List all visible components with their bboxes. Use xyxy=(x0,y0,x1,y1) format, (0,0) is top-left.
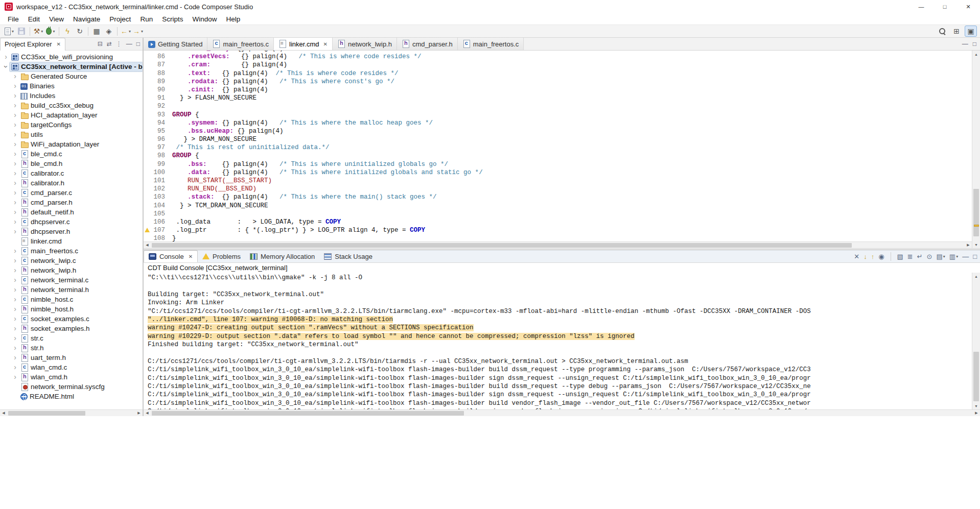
chevron-down-icon[interactable]: › xyxy=(2,63,10,70)
clear-console-button[interactable]: ▧ xyxy=(897,253,903,260)
code-editor[interactable]: 85 .init_array: {} palign(4)86 .resetVec… xyxy=(144,51,972,241)
chevron-right-icon[interactable]: › xyxy=(11,286,19,294)
editor-tab-linker-cmd[interactable]: linker.cmd✕ xyxy=(274,38,333,50)
next-error-button[interactable]: ↓ xyxy=(864,253,867,260)
chevron-right-icon[interactable]: › xyxy=(11,121,19,129)
menu-window[interactable]: Window xyxy=(188,14,221,24)
chevron-right-icon[interactable]: › xyxy=(11,102,19,109)
tree-item-linker-cmd[interactable]: linker.cmd xyxy=(0,236,143,246)
chevron-right-icon[interactable]: › xyxy=(11,276,19,284)
terminal-button[interactable]: ▦ xyxy=(90,26,103,37)
tree-item-ble-cmd-h[interactable]: ›ble_cmd.h xyxy=(0,159,143,168)
chevron-right-icon[interactable]: › xyxy=(11,131,19,138)
tree-item-hci-adaptation-layer[interactable]: ›HCI_adaptation_layer xyxy=(0,110,143,120)
scroll-up-icon[interactable]: ▲ xyxy=(972,51,980,58)
chevron-right-icon[interactable]: › xyxy=(11,266,19,274)
bookmark-button[interactable]: ◈ xyxy=(103,26,115,37)
console-horizontal-scrollbar[interactable]: ◀ ▶ xyxy=(144,409,980,416)
console-warning-line[interactable]: warning #10247-D: creating output sectio… xyxy=(148,324,972,332)
chevron-right-icon[interactable]: › xyxy=(11,296,19,303)
chevron-right-icon[interactable]: › xyxy=(11,247,19,255)
chevron-right-icon[interactable]: › xyxy=(11,305,19,313)
flash-button[interactable]: ϟ xyxy=(61,26,74,37)
project-explorer-tab[interactable]: Project Explorer ✕ xyxy=(0,38,65,51)
tree-item-dhcpserver-h[interactable]: ›dhcpserver.h xyxy=(0,227,143,236)
chevron-right-icon[interactable]: › xyxy=(2,53,10,61)
tree-item-wlan-cmd-h[interactable]: ›wlan_cmd.h xyxy=(0,372,143,382)
chevron-right-icon[interactable]: › xyxy=(11,169,19,177)
tree-item-cc35xx-network-terminal-active-bu[interactable]: ›CC35xx_network_terminal [Active - bu xyxy=(0,62,143,71)
forward-button[interactable]: →▾ xyxy=(132,26,144,37)
editor-tab-cmd-parser-h[interactable]: cmd_parser.h xyxy=(397,38,458,50)
scroll-lock-button[interactable]: ≣ xyxy=(907,253,913,260)
console-tab-memory-allocation[interactable]: Memory Allocation xyxy=(245,250,319,262)
debug-button[interactable]: ▾ xyxy=(44,26,57,37)
menu-project[interactable]: Project xyxy=(105,14,135,24)
back-button[interactable]: ←▾ xyxy=(120,26,132,37)
tree-item-readme-html[interactable]: README.html xyxy=(0,392,143,401)
chevron-right-icon[interactable]: › xyxy=(11,72,19,80)
open-perspective-button[interactable]: ⊞ xyxy=(950,26,963,37)
tree-item-uart-term-h[interactable]: ›uart_term.h xyxy=(0,353,143,362)
scroll-thumb[interactable] xyxy=(973,189,979,236)
tree-item-cmd-parser-h[interactable]: ›cmd_parser.h xyxy=(0,198,143,207)
tree-item-socket-examples-h[interactable]: ›socket_examples.h xyxy=(0,324,143,333)
display-selected-console-button[interactable]: ▤▾ xyxy=(937,253,945,260)
close-button[interactable]: ✕ xyxy=(956,0,980,13)
editor-vertical-scrollbar[interactable]: ▲ ▼ xyxy=(972,51,980,248)
chevron-right-icon[interactable]: › xyxy=(11,257,19,264)
chevron-right-icon[interactable]: › xyxy=(11,189,19,197)
tree-item-main-freertos-c[interactable]: ›main_freertos.c xyxy=(0,246,143,256)
cancel-build-button[interactable]: ✕ xyxy=(854,253,859,260)
collapse-all-button[interactable]: ⊟ xyxy=(98,40,103,47)
tree-item-network-lwip-c[interactable]: ›network_lwip.c xyxy=(0,256,143,265)
menu-file[interactable]: File xyxy=(3,14,24,24)
chevron-right-icon[interactable]: › xyxy=(11,82,19,90)
chevron-right-icon[interactable]: › xyxy=(11,160,19,167)
menu-view[interactable]: View xyxy=(44,14,68,24)
scroll-left-icon[interactable]: ◀ xyxy=(0,410,7,416)
tree-item-generated-source[interactable]: ›Generated Source xyxy=(0,71,143,81)
chevron-right-icon[interactable]: › xyxy=(11,325,19,332)
tree-item-str-c[interactable]: ›str.c xyxy=(0,333,143,343)
tree-item-cc35xx-ble-wifi-provisioning[interactable]: ›CC35xx_ble_wifi_provisioning xyxy=(0,52,143,62)
maximize-button[interactable]: □ xyxy=(933,0,956,13)
tree-item-includes[interactable]: ›Includes xyxy=(0,91,143,101)
minimize-button[interactable]: — xyxy=(909,0,933,13)
chevron-right-icon[interactable]: › xyxy=(11,344,19,352)
view-menu-button[interactable]: ⋮ xyxy=(116,40,122,47)
close-icon[interactable]: ✕ xyxy=(323,41,328,47)
tree-item-dhcpserver-c[interactable]: ›dhcpserver.c xyxy=(0,217,143,227)
scroll-right-icon[interactable]: ▶ xyxy=(965,242,972,248)
editor-tab-main-freertos-c[interactable]: main_freertos.c xyxy=(207,38,274,50)
project-tree-horizontal-scrollbar[interactable]: ◀ ▶ xyxy=(0,409,143,416)
editor-tab-network-lwip-h[interactable]: network_lwip.h xyxy=(333,38,397,50)
tree-item-nimble-host-h[interactable]: ›nimble_host.h xyxy=(0,304,143,314)
chevron-right-icon[interactable]: › xyxy=(11,315,19,323)
close-icon[interactable]: ✕ xyxy=(56,41,60,47)
console-tab-stack-usage[interactable]: Stack Usage xyxy=(319,250,377,262)
chevron-right-icon[interactable]: › xyxy=(11,363,19,371)
warning-overview-marker[interactable] xyxy=(974,225,979,227)
build-button[interactable]: ⚒▾ xyxy=(32,26,44,37)
menu-run[interactable]: Run xyxy=(135,14,157,24)
maximize-view-button[interactable]: □ xyxy=(136,40,140,47)
chevron-right-icon[interactable]: › xyxy=(11,150,19,158)
chevron-right-icon[interactable]: › xyxy=(11,334,19,342)
tree-item-str-h[interactable]: ›str.h xyxy=(0,343,143,353)
tree-item-network-terminal-syscfg[interactable]: network_terminal.syscfg xyxy=(0,382,143,392)
minimize-view-button[interactable]: — xyxy=(126,40,132,47)
editor-horizontal-scrollbar[interactable]: ◀ ▶ xyxy=(144,241,972,248)
tree-item-cmd-parser-c[interactable]: ›cmd_parser.c xyxy=(0,188,143,198)
minimize-view-button[interactable]: — xyxy=(962,253,969,260)
menu-help[interactable]: Help xyxy=(221,14,245,24)
chevron-right-icon[interactable]: › xyxy=(11,373,19,381)
scroll-thumb[interactable] xyxy=(152,243,852,248)
link-with-editor-button[interactable]: ⇄ xyxy=(107,40,112,47)
new-button[interactable]: ▾ xyxy=(3,26,15,37)
console-warning-line[interactable]: warning #10229-D: output section ".data"… xyxy=(148,332,972,341)
editor-tab-main-freertos-c[interactable]: main_freertos.c xyxy=(458,38,524,50)
tree-item-targetconfigs[interactable]: ›targetConfigs xyxy=(0,120,143,130)
tree-item-calibrator-h[interactable]: ›calibrator.h xyxy=(0,178,143,188)
scroll-right-icon[interactable]: ▶ xyxy=(135,410,143,416)
